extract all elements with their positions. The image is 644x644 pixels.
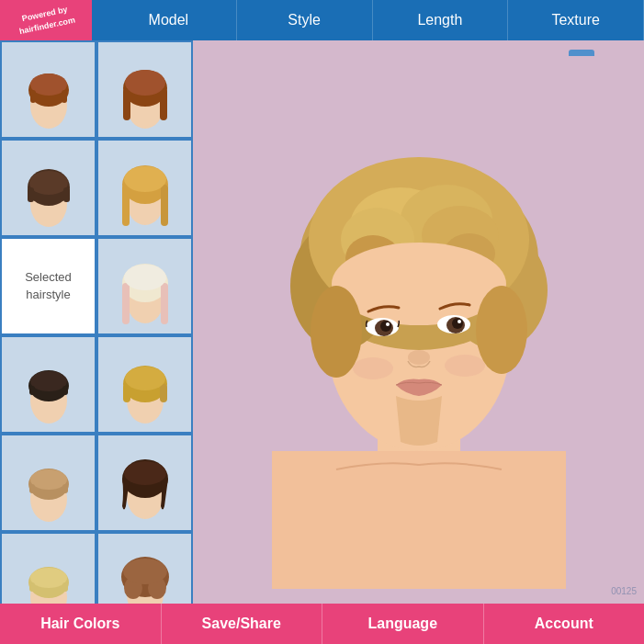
account-button[interactable]: Account: [484, 604, 645, 644]
svg-point-87: [408, 350, 430, 365]
hairstyle-item-7[interactable]: [0, 335, 96, 434]
svg-point-92: [311, 286, 362, 378]
svg-point-93: [476, 286, 527, 374]
svg-rect-66: [272, 451, 566, 589]
svg-rect-38: [29, 484, 35, 493]
svg-point-12: [29, 171, 68, 195]
svg-rect-23: [161, 283, 168, 324]
svg-point-2: [30, 73, 67, 96]
svg-point-9: [125, 70, 165, 96]
tab-style[interactable]: Style: [237, 0, 373, 40]
hairstyle-item-6[interactable]: [96, 237, 193, 335]
svg-rect-39: [62, 484, 68, 493]
save-share-button[interactable]: Save/Share: [162, 604, 323, 644]
hairstyle-item-2[interactable]: [96, 40, 193, 139]
svg-point-85: [452, 318, 463, 329]
watermark: 00125: [611, 586, 637, 596]
hair-colors-button[interactable]: Hair Colors: [0, 604, 162, 644]
hairstyle-item-12[interactable]: [96, 532, 193, 604]
svg-point-81: [380, 321, 391, 332]
svg-rect-18: [161, 185, 168, 226]
hairstyle-item-9[interactable]: [0, 434, 96, 532]
bottom-bar: Hair Colors Save/Share Language Account: [0, 604, 644, 644]
model-preview: [198, 56, 639, 589]
logo-ribbon: Powered by hairfinder.com: [0, 0, 92, 40]
svg-point-42: [124, 461, 166, 485]
svg-rect-17: [122, 185, 130, 226]
svg-rect-13: [28, 187, 34, 202]
svg-point-88: [353, 357, 393, 379]
svg-point-27: [30, 371, 67, 391]
svg-rect-32: [123, 384, 130, 402]
hairstyle-item-3[interactable]: [0, 139, 96, 237]
svg-point-82: [386, 322, 390, 326]
top-nav: Powered by hairfinder.com Model Style Le…: [0, 0, 644, 40]
svg-point-86: [458, 320, 461, 323]
svg-point-19: [124, 166, 166, 192]
preview-area: ▲ ◀ Reset ▶ ▼ − +: [193, 40, 644, 604]
tab-model[interactable]: Model: [101, 0, 237, 40]
hairstyle-item-11[interactable]: [0, 532, 96, 604]
svg-rect-47: [62, 582, 68, 592]
svg-rect-29: [62, 386, 68, 395]
svg-rect-4: [62, 90, 67, 103]
main-area: Selectedhairstyle: [0, 40, 644, 604]
svg-rect-28: [29, 386, 35, 395]
tab-length[interactable]: Length: [373, 0, 509, 40]
svg-point-89: [445, 355, 485, 377]
hairstyle-item-1[interactable]: [0, 40, 96, 139]
svg-rect-46: [29, 582, 35, 592]
svg-rect-7: [123, 88, 130, 120]
hairstyle-item-5-selected[interactable]: Selectedhairstyle: [0, 237, 96, 335]
nav-tabs: Model Style Length Texture: [101, 0, 644, 40]
hairstyle-item-8[interactable]: [96, 335, 193, 434]
svg-rect-3: [30, 90, 36, 103]
svg-point-24: [124, 265, 166, 290]
tab-texture[interactable]: Texture: [508, 0, 644, 40]
language-button[interactable]: Language: [322, 604, 484, 644]
svg-point-45: [30, 568, 67, 588]
svg-point-34: [125, 367, 165, 390]
hairstyle-item-10[interactable]: [96, 434, 193, 532]
svg-rect-8: [160, 88, 167, 120]
hairstyle-item-4[interactable]: [96, 139, 193, 237]
model-svg: [198, 56, 639, 589]
svg-rect-33: [160, 384, 167, 402]
selected-label: Selectedhairstyle: [25, 269, 72, 302]
svg-rect-14: [63, 187, 70, 202]
svg-point-37: [30, 469, 67, 490]
svg-rect-22: [122, 283, 130, 324]
svg-point-52: [123, 559, 167, 584]
hairstyle-sidebar: Selectedhairstyle: [0, 40, 193, 604]
